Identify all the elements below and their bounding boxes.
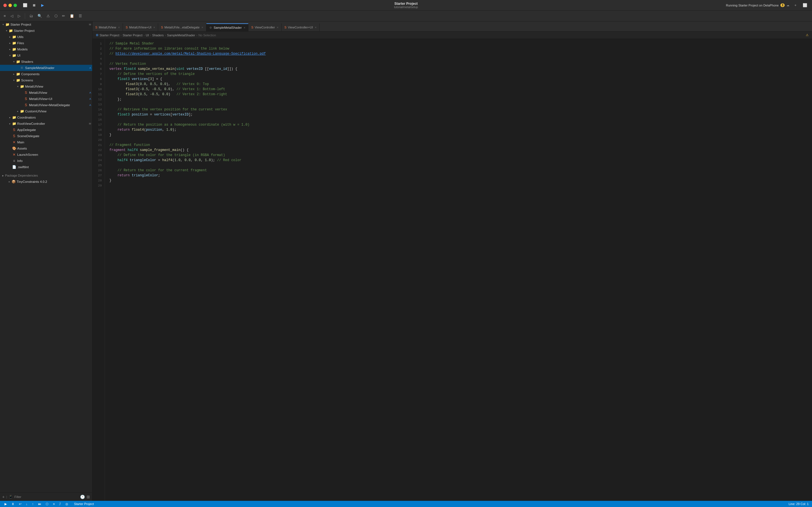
breadcrumb-item-samplemetalshader[interactable]: SampleMetalShader	[167, 34, 195, 37]
add-tab-button[interactable]: +	[793, 2, 798, 8]
menu-button[interactable]: ☰	[77, 13, 84, 19]
warning-button[interactable]: ⚠	[45, 13, 51, 19]
sidebar-item-main[interactable]: ✕ Main	[0, 139, 92, 145]
status-bar-right: Line: 29 Col: 1	[789, 502, 809, 506]
continue-button[interactable]: ⏭	[37, 502, 42, 506]
sidebar-item-metaluiview-delegate[interactable]: S MetalUIView+MetalDelegate A	[0, 102, 92, 108]
tab-metaluiview-delegate[interactable]: S MetalUIVie...etalDelegate ×	[158, 23, 206, 31]
sidebar-item-swiftlint[interactable]: 📄 .swiftlint	[0, 164, 92, 170]
code-line-3: // https://developer.apple.com/metal/Met…	[105, 51, 812, 56]
sidebar-item-launchscreen[interactable]: ✕ LaunchScreen	[0, 152, 92, 158]
code-line-19: }	[105, 132, 812, 137]
breadcrumb-item-root[interactable]: Starter Project	[100, 34, 119, 37]
breadcrumb-item-shaders[interactable]: Shaders	[152, 34, 164, 37]
stop-button[interactable]: ⏹	[31, 2, 38, 8]
minimize-button[interactable]	[8, 4, 12, 7]
chevron-right-icon: ▸	[12, 73, 16, 75]
share-button[interactable]: ⤴	[58, 502, 62, 506]
sidebar-item-models[interactable]: ▸ 📁 Models	[0, 46, 92, 52]
tab-viewcontroller[interactable]: S ViewController ×	[248, 23, 282, 31]
tab-close-icon[interactable]: ×	[153, 26, 155, 29]
tab-close-icon[interactable]: ×	[118, 26, 120, 29]
folder-icon: 📁	[12, 41, 16, 45]
sidebar-item-label: MetalUIView+MetalDelegate	[29, 103, 88, 107]
breadcrumb-item-project[interactable]: Starter Project	[123, 34, 142, 37]
sidebar-item-label: Components	[21, 72, 91, 76]
line-number: 9	[93, 82, 105, 87]
sidebar-item-label: Coordinators	[17, 116, 91, 119]
folder-button[interactable]: 🗂	[28, 13, 35, 19]
sidebar-item-info[interactable]: ≡ Info	[0, 158, 92, 164]
play-button[interactable]: ▶	[40, 2, 45, 8]
tab-close-icon[interactable]: ×	[202, 26, 203, 29]
sidebar-item-ui[interactable]: ▾ 📁 UI	[0, 52, 92, 59]
sidebar-item-metaluiview-folder[interactable]: ▾ 📁 MetalUIView	[0, 83, 92, 90]
sidebar-item-starter-project[interactable]: ▾ 📁 Starter Project	[0, 27, 92, 34]
line-number: 7	[93, 71, 105, 76]
back-button[interactable]: ◁	[9, 13, 15, 19]
step-out-button[interactable]: ↑	[31, 502, 35, 506]
add-item-button[interactable]: +	[2, 495, 4, 499]
sidebar-item-tinyconstraints[interactable]: ▸ 📦 TinyConstraints 4.0.2	[2, 179, 92, 185]
sidebar-item-files[interactable]: ▸ 📁 Files	[0, 40, 92, 46]
sidebar-item-root[interactable]: ▾ 📁 Starter Project M	[0, 21, 92, 27]
sidebar-item-coordinators[interactable]: ▸ 📁 Coordinators	[0, 114, 92, 121]
close-button[interactable]	[3, 4, 7, 7]
code-line-17: // Return the position as a homogeneous …	[105, 122, 812, 127]
tab-samplemetalshader[interactable]: ⛭ SampleMetalShader ×	[206, 23, 249, 31]
sidebar-item-customuiview[interactable]: ▸ 📁 CustomUIView	[0, 108, 92, 114]
warning-badge[interactable]: 3	[780, 3, 785, 7]
sidebar-item-appdelegate[interactable]: S AppDelegate	[0, 127, 92, 133]
tab-metaluiview[interactable]: S MetalUIView ×	[93, 23, 123, 31]
chevron-right-icon: ▸	[8, 42, 12, 45]
search-button[interactable]: 🔍	[36, 13, 43, 19]
history-button[interactable]: 🕐	[80, 495, 85, 499]
sidebar-item-label: Starter Project	[14, 29, 91, 33]
tab-close-icon[interactable]: ×	[315, 26, 317, 29]
step-into-button[interactable]: ↓	[25, 502, 29, 506]
sidebar-item-assets[interactable]: 🎨 Assets	[0, 145, 92, 152]
code-line-24: half4 triangleColor = half4(1.0, 0.0, 0.…	[105, 158, 812, 163]
breakpoint-button[interactable]: ⬡	[45, 502, 50, 506]
sidebar-toggle-button[interactable]: ⬜	[21, 2, 29, 8]
code-line-13	[105, 102, 812, 107]
sidebar-item-metaluiview-file[interactable]: S MetalUIView A	[0, 90, 92, 96]
sidebar-item-screens[interactable]: ▾ 📁 Screens	[0, 77, 92, 83]
sidebar-item-label: MetalUIView	[29, 91, 88, 94]
status-bar: ▶ ⏸ ↩ ↓ ↑ ⏭ ⬡ ≡ ⤴ ◎ Starter Project Line…	[0, 501, 812, 507]
breadcrumb-separator: ›	[196, 34, 197, 37]
debug-play-button[interactable]: ▶	[3, 502, 8, 506]
code-content[interactable]: // Sample Metal Shader // For more infor…	[105, 39, 812, 501]
package-dependencies-section: ▸ Package Dependencies ▸ 📦 TinyConstrain…	[0, 170, 92, 185]
code-line-1: // Sample Metal Shader	[105, 41, 812, 46]
debug-pause-button[interactable]: ⏸	[10, 502, 15, 506]
tab-metaluiview-plus-ui[interactable]: S MetalUIView+UI ×	[123, 23, 158, 31]
breadcrumb-separator: ›	[150, 34, 151, 37]
navigator-button[interactable]: ≡	[2, 13, 7, 19]
breadcrumb-item-ui[interactable]: UI	[146, 34, 149, 37]
breakpoint-button[interactable]: ⬡	[53, 13, 59, 19]
sidebar-item-scenedelegate[interactable]: S SceneDelegate	[0, 133, 92, 139]
sidebar-item-components[interactable]: ▸ 📁 Components	[0, 71, 92, 77]
debug-button[interactable]: 📋	[68, 13, 75, 19]
maximize-button[interactable]	[13, 4, 17, 7]
tab-viewcontroller-plus-ui[interactable]: S ViewController+UI ×	[282, 23, 320, 31]
code-line-29	[105, 183, 812, 188]
line-number: 10	[93, 87, 105, 92]
step-over-button[interactable]: ↩	[18, 502, 22, 506]
sidebar-item-samplemetalshader[interactable]: ⛭ SampleMetalShader A	[0, 65, 92, 71]
sidebar-item-metaluiview-plus-ui[interactable]: S MetalUIView+UI A	[0, 96, 92, 102]
layout-button[interactable]: ⬜	[801, 2, 809, 8]
grid-button[interactable]: ⊞	[87, 495, 90, 499]
tab-close-icon[interactable]: ×	[244, 26, 245, 29]
sidebar-item-utils[interactable]: ▸ 📁 Utils	[0, 34, 92, 40]
sidebar-item-rootviewcontroller[interactable]: ▸ 📁 RootViewController M	[0, 121, 92, 127]
debug-area-button[interactable]: ≡	[52, 502, 56, 506]
tab-close-icon[interactable]: ×	[277, 26, 278, 29]
forward-button[interactable]: ▷	[16, 13, 22, 19]
package-dependencies-header[interactable]: ▸ Package Dependencies	[2, 172, 92, 179]
location-button[interactable]: ◎	[64, 502, 69, 506]
breadcrumb-item-noselection[interactable]: No Selection	[199, 34, 216, 37]
sidebar-item-shaders[interactable]: ▾ 📁 Shaders	[0, 59, 92, 65]
test-button[interactable]: ✏	[61, 13, 66, 19]
